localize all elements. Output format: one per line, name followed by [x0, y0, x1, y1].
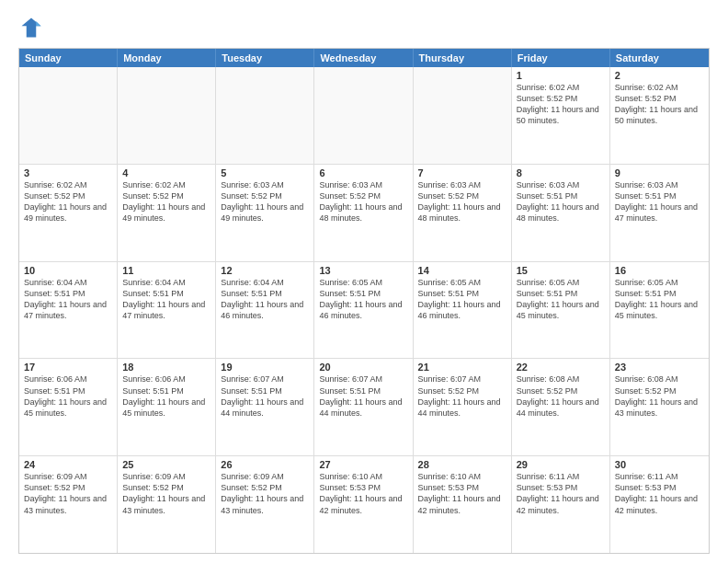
day-info: Sunrise: 6:07 AM Sunset: 5:52 PM Dayligh…	[418, 373, 506, 419]
day-info: Sunrise: 6:04 AM Sunset: 5:51 PM Dayligh…	[24, 277, 112, 322]
calendar-header-cell: Sunday	[19, 49, 118, 67]
day-info: Sunrise: 6:10 AM Sunset: 5:53 PM Dayligh…	[418, 471, 506, 516]
calendar-cell: 22Sunrise: 6:08 AM Sunset: 5:52 PM Dayli…	[512, 359, 610, 455]
day-info: Sunrise: 6:09 AM Sunset: 5:52 PM Dayligh…	[24, 471, 112, 516]
calendar-cell: 13Sunrise: 6:05 AM Sunset: 5:51 PM Dayli…	[314, 262, 413, 359]
day-info: Sunrise: 6:05 AM Sunset: 5:51 PM Dayligh…	[517, 277, 605, 322]
day-info: Sunrise: 6:08 AM Sunset: 5:52 PM Dayligh…	[517, 373, 605, 419]
day-number: 16	[615, 265, 704, 276]
calendar-header-cell: Friday	[512, 49, 610, 67]
calendar-cell: 9Sunrise: 6:03 AM Sunset: 5:51 PM Daylig…	[610, 165, 709, 261]
day-number: 5	[221, 167, 309, 178]
day-number: 3	[24, 167, 112, 178]
calendar-cell: 20Sunrise: 6:07 AM Sunset: 5:51 PM Dayli…	[314, 359, 413, 455]
day-number: 10	[24, 265, 112, 276]
day-number: 12	[221, 265, 309, 276]
calendar-cell: 21Sunrise: 6:07 AM Sunset: 5:52 PM Dayli…	[414, 359, 512, 455]
calendar-cell: 16Sunrise: 6:05 AM Sunset: 5:51 PM Dayli…	[610, 262, 709, 359]
calendar: SundayMondayTuesdayWednesdayThursdayFrid…	[18, 48, 710, 554]
calendar-cell: 24Sunrise: 6:09 AM Sunset: 5:52 PM Dayli…	[19, 456, 118, 553]
day-number: 2	[615, 70, 704, 81]
day-info: Sunrise: 6:08 AM Sunset: 5:52 PM Dayligh…	[615, 373, 704, 419]
svg-marker-0	[22, 18, 41, 38]
day-info: Sunrise: 6:11 AM Sunset: 5:53 PM Dayligh…	[615, 471, 704, 516]
calendar-body: 1Sunrise: 6:02 AM Sunset: 5:52 PM Daylig…	[19, 67, 709, 553]
day-info: Sunrise: 6:06 AM Sunset: 5:51 PM Dayligh…	[24, 373, 112, 419]
day-info: Sunrise: 6:03 AM Sunset: 5:51 PM Dayligh…	[615, 179, 704, 224]
day-info: Sunrise: 6:05 AM Sunset: 5:51 PM Dayligh…	[319, 277, 407, 322]
calendar-cell: 30Sunrise: 6:11 AM Sunset: 5:53 PM Dayli…	[610, 456, 709, 553]
calendar-cell: 3Sunrise: 6:02 AM Sunset: 5:52 PM Daylig…	[19, 165, 118, 261]
day-number: 24	[24, 459, 112, 470]
day-number: 22	[517, 362, 605, 373]
day-info: Sunrise: 6:02 AM Sunset: 5:52 PM Dayligh…	[615, 82, 704, 127]
logo	[18, 15, 48, 40]
day-number: 18	[122, 362, 210, 373]
day-info: Sunrise: 6:03 AM Sunset: 5:51 PM Dayligh…	[517, 179, 605, 224]
day-info: Sunrise: 6:05 AM Sunset: 5:51 PM Dayligh…	[418, 277, 506, 322]
svg-marker-1	[36, 21, 40, 26]
day-number: 13	[319, 265, 407, 276]
day-number: 29	[517, 459, 605, 470]
day-number: 7	[418, 167, 506, 178]
calendar-header-cell: Saturday	[610, 49, 709, 67]
calendar-cell: 29Sunrise: 6:11 AM Sunset: 5:53 PM Dayli…	[512, 456, 610, 553]
day-number: 27	[319, 459, 407, 470]
calendar-row: 3Sunrise: 6:02 AM Sunset: 5:52 PM Daylig…	[19, 164, 709, 261]
day-number: 4	[122, 167, 210, 178]
day-info: Sunrise: 6:09 AM Sunset: 5:52 PM Dayligh…	[221, 471, 309, 516]
day-info: Sunrise: 6:02 AM Sunset: 5:52 PM Dayligh…	[122, 179, 210, 224]
calendar-cell: 7Sunrise: 6:03 AM Sunset: 5:52 PM Daylig…	[414, 165, 512, 261]
calendar-row: 1Sunrise: 6:02 AM Sunset: 5:52 PM Daylig…	[19, 67, 709, 164]
page: SundayMondayTuesdayWednesdayThursdayFrid…	[0, 0, 728, 563]
day-number: 17	[24, 362, 112, 373]
day-number: 21	[418, 362, 506, 373]
calendar-cell: 26Sunrise: 6:09 AM Sunset: 5:52 PM Dayli…	[216, 456, 314, 553]
day-info: Sunrise: 6:05 AM Sunset: 5:51 PM Dayligh…	[615, 277, 704, 322]
day-info: Sunrise: 6:09 AM Sunset: 5:52 PM Dayligh…	[122, 471, 210, 516]
day-info: Sunrise: 6:06 AM Sunset: 5:51 PM Dayligh…	[122, 373, 210, 419]
calendar-cell: 19Sunrise: 6:07 AM Sunset: 5:51 PM Dayli…	[216, 359, 314, 455]
calendar-cell: 4Sunrise: 6:02 AM Sunset: 5:52 PM Daylig…	[118, 165, 216, 261]
day-info: Sunrise: 6:11 AM Sunset: 5:53 PM Dayligh…	[517, 471, 605, 516]
day-number: 26	[221, 459, 309, 470]
calendar-cell: 25Sunrise: 6:09 AM Sunset: 5:52 PM Dayli…	[118, 456, 216, 553]
calendar-cell: 27Sunrise: 6:10 AM Sunset: 5:53 PM Dayli…	[314, 456, 413, 553]
day-number: 8	[517, 167, 605, 178]
calendar-cell: 28Sunrise: 6:10 AM Sunset: 5:53 PM Dayli…	[414, 456, 512, 553]
calendar-cell: 23Sunrise: 6:08 AM Sunset: 5:52 PM Dayli…	[610, 359, 709, 455]
calendar-cell: 18Sunrise: 6:06 AM Sunset: 5:51 PM Dayli…	[118, 359, 216, 455]
day-number: 9	[615, 167, 704, 178]
day-info: Sunrise: 6:04 AM Sunset: 5:51 PM Dayligh…	[221, 277, 309, 322]
day-info: Sunrise: 6:04 AM Sunset: 5:51 PM Dayligh…	[122, 277, 210, 322]
calendar-cell: 11Sunrise: 6:04 AM Sunset: 5:51 PM Dayli…	[118, 262, 216, 359]
calendar-cell: 8Sunrise: 6:03 AM Sunset: 5:51 PM Daylig…	[512, 165, 610, 261]
calendar-cell	[414, 67, 512, 164]
calendar-cell: 14Sunrise: 6:05 AM Sunset: 5:51 PM Dayli…	[414, 262, 512, 359]
calendar-cell	[19, 67, 118, 164]
calendar-cell: 10Sunrise: 6:04 AM Sunset: 5:51 PM Dayli…	[19, 262, 118, 359]
calendar-cell: 5Sunrise: 6:03 AM Sunset: 5:52 PM Daylig…	[216, 165, 314, 261]
day-number: 28	[418, 459, 506, 470]
day-number: 30	[615, 459, 704, 470]
day-info: Sunrise: 6:10 AM Sunset: 5:53 PM Dayligh…	[319, 471, 407, 516]
day-number: 14	[418, 265, 506, 276]
day-number: 20	[319, 362, 407, 373]
day-number: 11	[122, 265, 210, 276]
calendar-header-cell: Wednesday	[314, 49, 413, 67]
day-info: Sunrise: 6:07 AM Sunset: 5:51 PM Dayligh…	[319, 373, 407, 419]
calendar-row: 24Sunrise: 6:09 AM Sunset: 5:52 PM Dayli…	[19, 455, 709, 553]
logo-icon	[18, 15, 44, 40]
calendar-cell	[314, 67, 413, 164]
day-info: Sunrise: 6:02 AM Sunset: 5:52 PM Dayligh…	[24, 179, 112, 224]
calendar-header-cell: Monday	[118, 49, 216, 67]
calendar-header: SundayMondayTuesdayWednesdayThursdayFrid…	[19, 49, 709, 67]
day-number: 19	[221, 362, 309, 373]
header	[18, 15, 710, 40]
day-info: Sunrise: 6:03 AM Sunset: 5:52 PM Dayligh…	[319, 179, 407, 224]
day-number: 15	[517, 265, 605, 276]
calendar-cell: 2Sunrise: 6:02 AM Sunset: 5:52 PM Daylig…	[610, 67, 709, 164]
day-number: 1	[517, 70, 605, 81]
day-number: 6	[319, 167, 407, 178]
day-info: Sunrise: 6:03 AM Sunset: 5:52 PM Dayligh…	[418, 179, 506, 224]
